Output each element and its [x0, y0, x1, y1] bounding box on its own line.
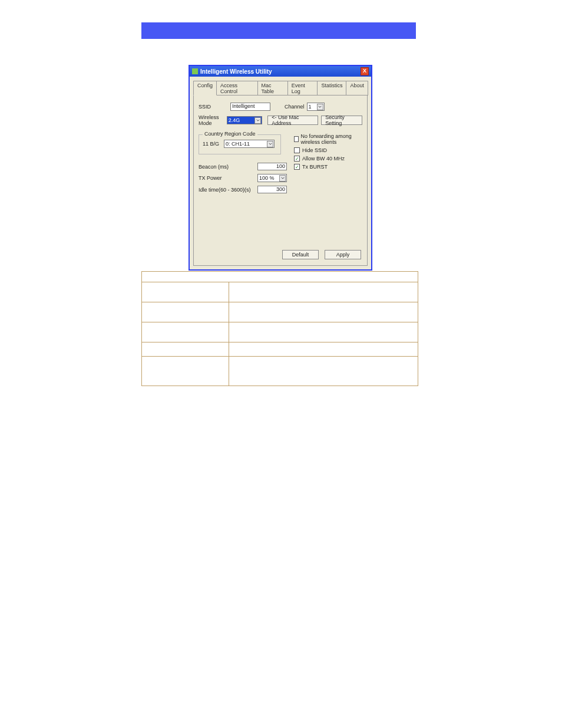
tab-mac-table[interactable]: Mac Table: [257, 81, 288, 95]
no-forwarding-label: No forwarding among wireless clients: [301, 133, 362, 145]
table-header-cell: [142, 272, 418, 282]
no-forwarding-checkbox-row[interactable]: No forwarding among wireless clients: [294, 133, 362, 145]
country-region-legend: Country Region Code: [203, 131, 257, 137]
tab-about[interactable]: About: [346, 81, 368, 95]
beacon-label: Beacon (ms): [199, 164, 229, 170]
tab-strip: Config Access Control Mac Table Event Lo…: [190, 77, 371, 95]
checkbox-icon[interactable]: [294, 136, 299, 142]
idle-time-label: Idle time(60 - 3600)(s): [199, 187, 251, 193]
tab-content-config: SSID Intelligent Channel 1 Wireless Mode…: [193, 95, 368, 266]
tab-statistics[interactable]: Statistics: [317, 81, 346, 95]
table-cell: [142, 342, 229, 357]
apply-button[interactable]: Apply: [325, 250, 361, 259]
ssid-input[interactable]: Intelligent: [230, 103, 270, 111]
table-cell: [229, 282, 418, 302]
wireless-mode-select[interactable]: 2.4G: [227, 116, 263, 124]
beacon-input[interactable]: 100: [257, 163, 287, 170]
country-region-fieldset: Country Region Code 11 B/G 0: CH1-11: [199, 134, 281, 154]
tab-event-log[interactable]: Event Log: [287, 81, 318, 95]
table-cell: [142, 302, 229, 322]
description-table: [141, 271, 418, 386]
channel-select[interactable]: 1: [307, 103, 325, 111]
checkbox-icon[interactable]: [294, 147, 300, 153]
tx-power-select[interactable]: 100 %: [257, 174, 287, 182]
table-cell: [229, 342, 418, 357]
chevron-down-icon[interactable]: [254, 117, 261, 124]
tx-burst-label: Tx BURST: [302, 164, 328, 170]
table-row: [142, 302, 418, 322]
table-cell: [142, 322, 229, 342]
table-row: [142, 282, 418, 302]
chevron-down-icon[interactable]: [279, 175, 286, 182]
table-header-row: [142, 272, 418, 282]
tab-config[interactable]: Config: [193, 81, 217, 95]
app-window: Intelligent Wireless Utility X Config Ac…: [189, 65, 372, 271]
table-cell: [142, 282, 229, 302]
table-cell: [229, 322, 418, 342]
security-setting-button[interactable]: Security Setting: [321, 116, 362, 125]
hide-ssid-checkbox-row[interactable]: Hide SSID: [294, 147, 362, 153]
checkbox-checked-icon[interactable]: ✓: [294, 164, 300, 170]
channel-value: 1: [309, 104, 312, 110]
default-button[interactable]: Default: [282, 250, 319, 259]
tx-burst-checkbox-row[interactable]: ✓ Tx BURST: [294, 164, 362, 170]
use-mac-address-button[interactable]: <- Use Mac Address: [267, 116, 318, 125]
checkbox-checked-icon[interactable]: ✓: [294, 156, 300, 162]
tab-access-control[interactable]: Access Control: [216, 81, 257, 95]
chevron-down-icon[interactable]: [267, 141, 273, 147]
tx-power-value: 100 %: [259, 175, 275, 181]
table-cell: [229, 357, 418, 386]
table-row: [142, 322, 418, 342]
wireless-mode-label: Wireless Mode: [199, 114, 227, 126]
channel-label: Channel: [285, 104, 305, 110]
allow-bw40-label: Allow BW 40 MHz: [302, 156, 345, 162]
table-row: [142, 342, 418, 357]
table-cell: [229, 302, 418, 322]
region-11bg-select[interactable]: 0: CH1-11: [224, 140, 275, 148]
hide-ssid-label: Hide SSID: [302, 147, 327, 153]
wireless-mode-value: 2.4G: [229, 117, 240, 123]
allow-bw40-checkbox-row[interactable]: ✓ Allow BW 40 MHz: [294, 156, 362, 162]
close-icon[interactable]: X: [361, 67, 369, 75]
ssid-label: SSID: [199, 104, 230, 110]
idle-time-input[interactable]: 300: [257, 186, 287, 193]
region-11bg-value: 0: CH1-11: [226, 141, 250, 147]
table-cell: [142, 357, 229, 386]
titlebar[interactable]: Intelligent Wireless Utility X: [190, 66, 371, 77]
app-icon: [192, 68, 198, 74]
table-row: [142, 357, 418, 386]
chevron-down-icon[interactable]: [317, 104, 323, 110]
window-title: Intelligent Wireless Utility: [200, 68, 361, 75]
tx-power-label: TX Power: [199, 175, 222, 181]
region-11bg-label: 11 B/G: [203, 141, 224, 147]
page-banner: [141, 22, 416, 39]
